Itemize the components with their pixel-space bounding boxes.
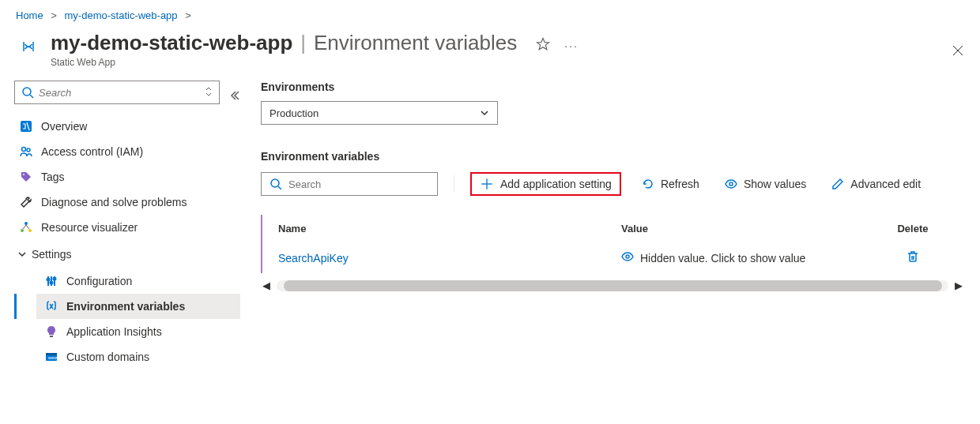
sidebar-item-label: Custom domains	[66, 351, 149, 363]
sidebar-item-resource-visualizer[interactable]: Resource visualizer	[14, 215, 240, 240]
overview-icon	[19, 120, 33, 133]
sidebar-group-settings[interactable]: Settings	[14, 240, 240, 268]
sidebar-item-application-insights[interactable]: Application Insights	[36, 319, 240, 344]
scroll-thumb[interactable]	[284, 280, 942, 291]
svg-text:www: www	[48, 355, 57, 360]
refresh-icon	[642, 178, 654, 190]
breadcrumb-home[interactable]: Home	[16, 9, 43, 21]
toolbar-label: Add application setting	[500, 178, 612, 190]
page-header: my-demo-static-web-app | Environment var…	[0, 24, 980, 81]
advanced-edit-button[interactable]: Advanced edit	[827, 174, 925, 193]
sidebar-item-diagnose[interactable]: Diagnose and solve problems	[14, 189, 240, 215]
envvar-table: Name Value Delete SearchApiKey Hidden va…	[261, 215, 964, 273]
sort-updown-icon[interactable]	[205, 86, 213, 99]
sliders-icon	[44, 275, 58, 287]
envvar-section-title: Environment variables	[261, 150, 964, 163]
breadcrumb-app[interactable]: my-demo-static-web-app	[65, 9, 178, 21]
favorite-star-icon[interactable]	[536, 37, 550, 54]
delete-icon[interactable]	[906, 250, 919, 265]
envvar-search-input[interactable]	[288, 178, 429, 190]
sidebar-item-access-control[interactable]: Access control (IAM)	[14, 139, 240, 164]
page-title-suffix: Environment variables	[314, 31, 517, 55]
sidebar-item-environment-variables[interactable]: Environment variables	[36, 294, 240, 319]
sidebar-item-label: Overview	[41, 120, 87, 133]
scroll-track[interactable]	[277, 280, 948, 291]
title-divider: |	[300, 31, 306, 55]
sidebar-item-label: Access control (IAM)	[41, 145, 143, 158]
page-title: my-demo-static-web-app	[51, 31, 292, 55]
envvar-value-cell[interactable]: Hidden value. Click to show value	[621, 250, 874, 265]
sidebar-item-configuration[interactable]: Configuration	[36, 268, 240, 294]
svg-point-11	[21, 229, 24, 232]
svg-point-10	[24, 222, 28, 225]
svg-point-20	[54, 278, 56, 280]
horizontal-scrollbar[interactable]: ◀ ▶	[261, 280, 964, 291]
sidebar-item-label: Diagnose and solve problems	[41, 196, 187, 208]
envvar-search[interactable]	[261, 172, 438, 196]
envvar-value-text: Hidden value. Click to show value	[640, 252, 805, 265]
environment-select[interactable]: Production	[261, 101, 498, 125]
sidebar-item-custom-domains[interactable]: www Custom domains	[36, 344, 240, 370]
sidebar-search-input[interactable]	[39, 87, 213, 99]
add-application-setting-button[interactable]: Add application setting	[470, 172, 621, 196]
eye-icon	[621, 250, 634, 265]
main-content: Environments Production Environment vari…	[248, 81, 980, 370]
show-values-button[interactable]: Show values	[720, 174, 811, 193]
sidebar-item-label: Tags	[41, 171, 65, 183]
svg-point-8	[27, 148, 30, 152]
svg-point-3	[23, 88, 31, 96]
sidebar-search[interactable]	[14, 81, 220, 104]
svg-line-4	[30, 95, 33, 98]
scroll-right-icon[interactable]: ▶	[953, 280, 964, 291]
svg-point-7	[22, 148, 26, 152]
col-name: Name	[278, 223, 618, 235]
svg-point-9	[23, 174, 24, 175]
svg-point-25	[271, 179, 279, 187]
people-icon	[19, 145, 33, 158]
plus-icon	[480, 177, 494, 191]
page-subtitle: Static Web App	[51, 57, 517, 68]
sidebar-item-label: Resource visualizer	[41, 221, 138, 234]
svg-rect-21	[50, 336, 53, 337]
envvar-name-link[interactable]: SearchApiKey	[278, 252, 349, 265]
environments-label: Environments	[261, 81, 964, 93]
sidebar: Overview Access control (IAM) Tags Diagn…	[0, 81, 248, 370]
refresh-button[interactable]: Refresh	[637, 174, 704, 193]
collapse-sidebar-icon[interactable]	[229, 90, 240, 103]
svg-line-14	[26, 225, 29, 229]
graph-icon	[19, 221, 33, 234]
table-header: Name Value Delete	[262, 215, 964, 242]
close-icon[interactable]	[952, 44, 964, 60]
bulb-icon	[44, 325, 58, 338]
sidebar-item-overview[interactable]: Overview	[14, 114, 240, 139]
chevron-down-icon	[17, 250, 27, 259]
eye-icon	[725, 178, 737, 190]
more-actions-icon[interactable]: ···	[564, 39, 579, 52]
sidebar-item-label: Application Insights	[66, 325, 162, 338]
search-icon	[21, 86, 34, 99]
toolbar-divider	[454, 175, 454, 193]
svg-line-26	[278, 186, 281, 189]
svg-rect-5	[21, 121, 32, 132]
tag-icon	[19, 171, 33, 183]
pencil-icon	[831, 178, 844, 190]
app-logo-icon	[16, 34, 41, 59]
scroll-left-icon[interactable]: ◀	[261, 280, 272, 291]
svg-line-13	[23, 225, 26, 229]
svg-point-18	[47, 279, 50, 281]
wrench-icon	[19, 196, 33, 208]
breadcrumb-sep: >	[51, 9, 57, 21]
breadcrumb-sep: >	[185, 9, 191, 21]
svg-point-29	[729, 182, 733, 186]
sidebar-item-label: Configuration	[66, 275, 132, 287]
environment-selected-value: Production	[270, 107, 318, 119]
sidebar-item-tags[interactable]: Tags	[14, 164, 240, 189]
toolbar-label: Refresh	[661, 178, 699, 190]
svg-marker-0	[537, 39, 549, 50]
table-row: SearchApiKey Hidden value. Click to show…	[262, 242, 964, 273]
sidebar-group-label: Settings	[32, 248, 72, 261]
breadcrumb: Home > my-demo-static-web-app >	[0, 0, 980, 24]
toolbar-label: Show values	[744, 178, 806, 190]
domain-icon: www	[44, 351, 58, 363]
toolbar: Add application setting Refresh Show val…	[261, 172, 964, 196]
